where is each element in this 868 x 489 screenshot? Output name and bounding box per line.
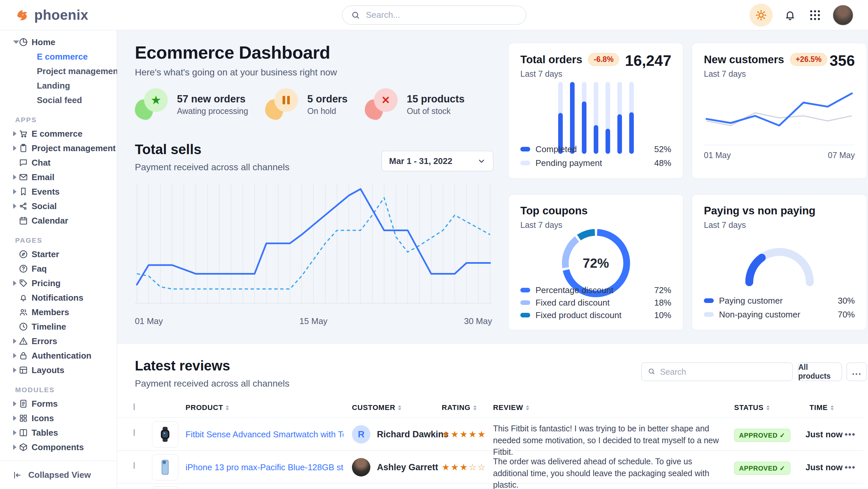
- sidebar-item-members[interactable]: Members: [0, 305, 117, 319]
- column-header-review[interactable]: REVIEW: [493, 403, 529, 412]
- total-orders-value: 16,247: [625, 52, 671, 69]
- sidebar-item-label: Pricing: [32, 278, 61, 288]
- paying-legend: Paying customer 30% Non-paying customer …: [704, 294, 855, 321]
- legend-label: Fixed product discount: [535, 310, 622, 320]
- sidebar-item-social[interactable]: Social: [0, 199, 117, 213]
- sidebar-item-events[interactable]: Events: [0, 184, 117, 199]
- caret-right-icon[interactable]: [13, 401, 17, 406]
- sidebar-item-timeline[interactable]: Timeline: [0, 319, 117, 334]
- bell-icon: [783, 8, 797, 22]
- legend-row-non-paying-customer: Non-paying customer 70%: [704, 308, 855, 321]
- caret-right-icon[interactable]: [13, 146, 17, 151]
- caret-right-icon[interactable]: [13, 430, 17, 435]
- sidebar-item-pricing[interactable]: Pricing: [0, 276, 117, 290]
- rating-stars: ★★★★★: [442, 418, 487, 451]
- sidebar-item-landing[interactable]: Landing: [0, 78, 117, 93]
- total-sells-title: Total sells: [135, 142, 201, 157]
- reviews-search-input[interactable]: [660, 367, 786, 377]
- calendar-icon: [19, 216, 28, 226]
- stat-caption: Out of stock: [407, 106, 465, 116]
- sidebar-item-email[interactable]: Email: [0, 170, 117, 184]
- total-sells-x-axis: 01 May 15 May 30 May: [135, 316, 492, 326]
- select-all-checkbox[interactable]: [133, 403, 135, 410]
- sidebar-item-faq[interactable]: Faq: [0, 261, 117, 276]
- phoenix-logo[interactable]: phoenix: [14, 7, 89, 23]
- row-more-button[interactable]: •••: [845, 451, 856, 484]
- date-range-select[interactable]: Mar 1 - 31, 2022: [381, 151, 493, 171]
- sidebar-item-calendar[interactable]: Calendar: [0, 213, 117, 228]
- pause-icon: [265, 88, 298, 120]
- quick-stat-15-products: ✕ 15 products Out of stock: [365, 88, 465, 120]
- sidebar-item-e-commerce[interactable]: E commerce: [0, 126, 117, 141]
- caret-right-icon[interactable]: [13, 353, 17, 358]
- legend-swatch: [520, 161, 530, 165]
- product-image: [152, 486, 178, 489]
- sidebar-item-label: Tables: [32, 428, 58, 438]
- search-input[interactable]: [366, 10, 517, 20]
- caret-right-icon[interactable]: [13, 339, 17, 344]
- column-header-product[interactable]: PRODUCT: [186, 403, 229, 412]
- sort-icon: [473, 405, 476, 410]
- caret-right-icon[interactable]: [13, 131, 17, 136]
- caret-right-icon[interactable]: [13, 281, 17, 286]
- caret-right-icon[interactable]: [13, 189, 17, 194]
- sidebar-item-e-commerce[interactable]: E commerce: [0, 49, 117, 64]
- sidebar-item-chat[interactable]: Chat: [0, 155, 117, 170]
- all-products-button[interactable]: All products: [798, 363, 842, 381]
- column-header-status[interactable]: STATUS: [734, 403, 770, 412]
- product-link[interactable]: Fitbit Sense Advanced Smartwatch with To…: [186, 418, 343, 451]
- caret-right-icon[interactable]: [13, 415, 17, 421]
- x-label: 15 May: [299, 316, 327, 326]
- legend-label: Completed: [535, 144, 577, 154]
- caret-right-icon[interactable]: [13, 203, 17, 209]
- page-subtitle: Here's what's going on at your business …: [135, 67, 337, 78]
- sidebar-item-project-management[interactable]: Project management: [0, 141, 117, 155]
- coupons-legend: Percentage discount 72% Fixed card disco…: [520, 284, 671, 321]
- question-icon: [19, 264, 28, 274]
- rating-stars: ★★★☆☆: [442, 451, 487, 484]
- page-title: Ecommerce Dashboard: [135, 42, 330, 63]
- reviews-search: [641, 363, 793, 381]
- sidebar-item-home[interactable]: Home: [0, 35, 117, 49]
- caret-right-icon[interactable]: [13, 444, 17, 450]
- column-header-customer[interactable]: CUSTOMER: [352, 403, 401, 412]
- theme-toggle-button[interactable]: [750, 4, 773, 27]
- sidebar-item-label: Home: [32, 37, 55, 48]
- row-checkbox[interactable]: [133, 462, 135, 469]
- caret-right-icon[interactable]: [13, 368, 17, 373]
- sidebar-item-notifications[interactable]: Notifications: [0, 290, 117, 305]
- sidebar-item-label: Email: [32, 172, 54, 182]
- caret-right-icon[interactable]: [13, 175, 17, 180]
- new-customers-line-chart: [704, 83, 855, 146]
- sidebar-item-forms[interactable]: Forms: [0, 397, 117, 411]
- collapse-sidebar-button[interactable]: Collapsed View: [0, 461, 117, 489]
- sidebar-item-starter[interactable]: Starter: [0, 247, 117, 261]
- sidebar-item-project-management[interactable]: Project management: [0, 64, 117, 78]
- column-header-time[interactable]: TIME: [809, 403, 834, 412]
- card-period: Last 7 days: [704, 69, 855, 79]
- sidebar-item-label: Forms: [32, 399, 58, 409]
- user-avatar[interactable]: [833, 5, 854, 26]
- sidebar-item-authentication[interactable]: Authentication: [0, 348, 117, 363]
- sidebar-item-icons[interactable]: Icons: [0, 411, 117, 426]
- sidebar-item-errors[interactable]: Errors: [0, 334, 117, 348]
- x-label: 30 May: [464, 316, 492, 326]
- sidebar-item-components[interactable]: Components: [0, 440, 117, 454]
- paying-gauge-svg: [736, 237, 823, 287]
- row-more-button[interactable]: •••: [845, 418, 856, 451]
- customer-name: Richard Dawkins: [377, 418, 448, 451]
- notifications-button[interactable]: [782, 7, 798, 23]
- column-header-rating[interactable]: RATING: [442, 403, 476, 412]
- sidebar-item-social-feed[interactable]: Social feed: [0, 93, 117, 107]
- total-sells-line-chart: [135, 184, 492, 313]
- sidebar-item-layouts[interactable]: Layouts: [0, 363, 117, 377]
- more-options-button[interactable]: ...: [847, 363, 867, 381]
- product-link[interactable]: iPhone 13 pro max-Pacific Blue-128GB sto…: [186, 451, 343, 484]
- mail-icon: [19, 172, 28, 182]
- row-checkbox[interactable]: [133, 429, 135, 436]
- sidebar-item-label: Layouts: [32, 365, 64, 375]
- sidebar-item-tables[interactable]: Tables: [0, 426, 117, 440]
- legend-swatch: [704, 298, 714, 303]
- apps-menu-button[interactable]: [807, 7, 823, 23]
- legend-row-completed: Completed 52%: [520, 142, 671, 156]
